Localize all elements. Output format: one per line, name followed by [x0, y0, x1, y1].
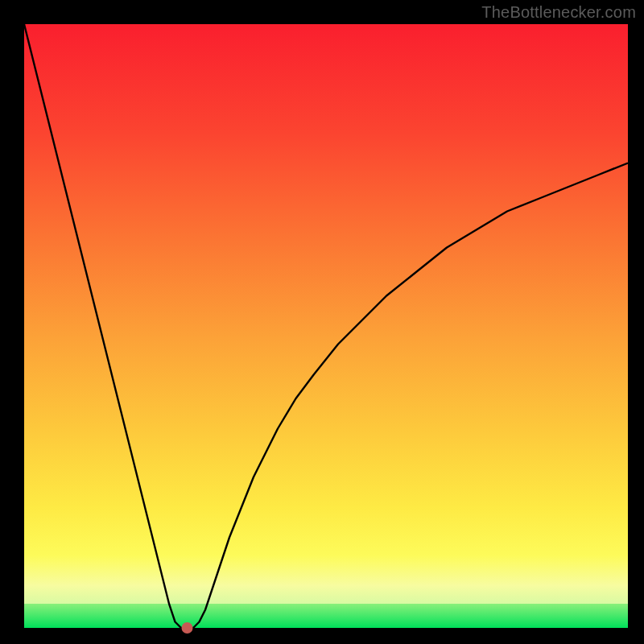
optimal-band	[24, 604, 628, 628]
chart-container: { "watermark": "TheBottlenecker.com", "c…	[0, 0, 644, 644]
optimal-marker	[182, 622, 193, 634]
bottleneck-chart	[0, 0, 644, 644]
plot-background	[24, 24, 628, 628]
watermark-text: TheBottlenecker.com	[481, 3, 636, 22]
